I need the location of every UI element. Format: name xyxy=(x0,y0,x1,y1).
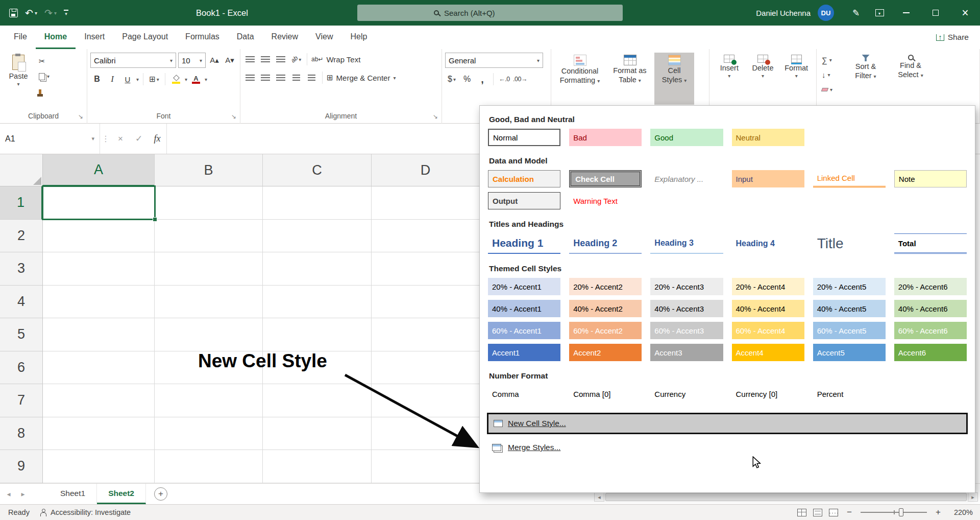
cell-a8[interactable] xyxy=(43,417,155,451)
paste-button[interactable]: Paste ▾ xyxy=(3,53,34,105)
cell-style-40-accent3[interactable]: 40% - Accent3 xyxy=(650,300,723,317)
accounting-format-button[interactable]: $ ▾ xyxy=(445,73,458,86)
cell-d7[interactable] xyxy=(372,384,480,417)
cell-style-explanatory[interactable]: Explanatory ... xyxy=(650,170,723,187)
cell-style-accent3[interactable]: Accent3 xyxy=(650,344,723,361)
delete-cells-button[interactable]: Delete ▾ xyxy=(746,53,780,105)
alignment-dialog-launcher[interactable]: ↘ xyxy=(432,113,439,120)
merge-center-button[interactable]: ⊞ Merge & Center ▾ xyxy=(327,71,396,84)
cell-b3[interactable] xyxy=(155,252,263,286)
cell-b1[interactable] xyxy=(155,186,263,220)
conditional-formatting-button[interactable]: Conditional Formatting ▾ xyxy=(554,53,605,105)
column-header-c[interactable]: C xyxy=(263,154,372,186)
zoom-out-button[interactable]: − xyxy=(845,507,854,517)
orientation-button[interactable]: ab ▾ xyxy=(289,53,303,66)
cell-style-normal[interactable]: Normal xyxy=(488,129,560,146)
chevron-down-icon[interactable]: ▾ xyxy=(185,77,187,82)
customize-quick-access-button[interactable]: ▾ xyxy=(64,10,68,16)
scrollbar-thumb[interactable] xyxy=(605,493,967,501)
increase-decimal-button[interactable]: ←.0 xyxy=(498,73,511,86)
cell-b2[interactable] xyxy=(155,220,263,253)
cell-style-40-accent6[interactable]: 40% - Accent6 xyxy=(894,300,967,317)
font-size-select[interactable]: 10 ▾ xyxy=(178,53,206,68)
cell-style-heading-3[interactable]: Heading 3 xyxy=(650,233,723,254)
search-input[interactable]: Search (Alt+Q) xyxy=(357,5,623,21)
italic-button[interactable]: I xyxy=(106,73,119,86)
minimize-button[interactable] xyxy=(891,0,921,26)
share-button[interactable]: ↑ Share xyxy=(936,26,969,49)
page-break-view-button[interactable] xyxy=(829,509,838,516)
sheet-nav-left-button[interactable]: ◂ xyxy=(2,484,15,504)
row-header-4[interactable]: 4 xyxy=(0,286,43,319)
scroll-left-icon[interactable]: ◂ xyxy=(594,492,604,502)
row-header-3[interactable]: 3 xyxy=(0,252,43,286)
sheet-tab-sheet1[interactable]: Sheet1 xyxy=(49,484,97,504)
align-center-button[interactable] xyxy=(259,71,272,84)
cell-c4[interactable] xyxy=(263,286,372,319)
sheet-nav-right-button[interactable]: ▸ xyxy=(16,484,30,504)
cell-a1[interactable] xyxy=(43,186,155,220)
cell-a3[interactable] xyxy=(43,252,155,286)
cell-b5[interactable] xyxy=(155,318,263,351)
cell-style-title[interactable]: Title xyxy=(813,233,886,254)
insert-function-button[interactable]: fx xyxy=(148,124,166,154)
bottom-align-button[interactable] xyxy=(274,53,287,66)
cell-a5[interactable] xyxy=(43,318,155,351)
cell-b7[interactable] xyxy=(155,384,263,417)
cell-style-good[interactable]: Good xyxy=(650,129,723,146)
cell-style-60-accent6[interactable]: 60% - Accent6 xyxy=(894,322,967,339)
tab-formulas[interactable]: Formulas xyxy=(177,26,228,49)
cell-d6[interactable] xyxy=(372,351,480,385)
tab-help[interactable]: Help xyxy=(341,26,376,49)
page-layout-view-button[interactable] xyxy=(813,509,822,516)
cell-style-accent5[interactable]: Accent5 xyxy=(813,344,886,361)
new-cell-style-menu-item[interactable]: New Cell Style... xyxy=(487,413,968,434)
cell-style-comma-0[interactable]: Comma [0] xyxy=(569,385,642,403)
cell-d8[interactable] xyxy=(372,417,480,451)
cell-style-currency[interactable]: Currency xyxy=(650,385,723,403)
comma-style-button[interactable]: , xyxy=(476,73,489,86)
tab-view[interactable]: View xyxy=(307,26,341,49)
font-color-button[interactable]: A xyxy=(189,73,203,86)
find-select-button[interactable]: Find & Select ▾ xyxy=(888,53,933,105)
format-painter-button[interactable] xyxy=(37,85,52,98)
accessibility-status[interactable]: Accessibility: Investigate xyxy=(40,508,131,516)
row-header-2[interactable]: 2 xyxy=(0,220,43,253)
cell-a6[interactable] xyxy=(43,351,155,385)
zoom-slider[interactable] xyxy=(861,512,927,513)
chevron-down-icon[interactable]: ▾ xyxy=(205,77,207,82)
cell-c5[interactable] xyxy=(263,318,372,351)
cell-style-note[interactable]: Note xyxy=(894,170,967,187)
cell-style-accent4[interactable]: Accent4 xyxy=(732,344,804,361)
tab-page-layout[interactable]: Page Layout xyxy=(113,26,177,49)
font-dialog-launcher[interactable]: ↘ xyxy=(230,113,237,120)
cell-style-calculation[interactable]: Calculation xyxy=(488,170,560,187)
cell-b8[interactable] xyxy=(155,417,263,451)
align-right-button[interactable] xyxy=(274,71,287,84)
undo-button[interactable]: ↶ ▾ xyxy=(25,7,37,19)
row-header-6[interactable]: 6 xyxy=(0,351,43,385)
sort-filter-button[interactable]: Sort & Filter ▾ xyxy=(843,53,888,105)
cell-styles-button[interactable]: Cell Styles ▾ xyxy=(654,53,694,105)
zoom-in-button[interactable]: + xyxy=(934,507,943,517)
cell-d2[interactable] xyxy=(372,220,480,253)
avatar[interactable]: DU xyxy=(818,5,834,21)
cell-c9[interactable] xyxy=(263,450,372,483)
cell-style-60-accent3[interactable]: 60% - Accent3 xyxy=(650,322,723,339)
cancel-entry-button[interactable]: × xyxy=(111,124,130,154)
sheet-tab-sheet2[interactable]: Sheet2 xyxy=(97,484,146,504)
maximize-button[interactable] xyxy=(921,0,950,26)
cell-style-20-accent6[interactable]: 20% - Accent6 xyxy=(894,278,967,295)
normal-view-button[interactable] xyxy=(797,509,806,516)
cell-style-check-cell[interactable]: Check Cell xyxy=(569,170,642,187)
cell-style-60-accent2[interactable]: 60% - Accent2 xyxy=(569,322,642,339)
cell-c8[interactable] xyxy=(263,417,372,451)
cell-b9[interactable] xyxy=(155,450,263,483)
cell-style-comma[interactable]: Comma xyxy=(488,385,560,403)
cell-style-currency-0[interactable]: Currency [0] xyxy=(732,385,804,403)
tab-data[interactable]: Data xyxy=(228,26,263,49)
cell-a7[interactable] xyxy=(43,384,155,417)
middle-align-button[interactable] xyxy=(259,53,272,66)
zoom-level[interactable]: 220% xyxy=(949,508,973,516)
borders-button[interactable]: ⊞ ▾ xyxy=(148,73,161,86)
